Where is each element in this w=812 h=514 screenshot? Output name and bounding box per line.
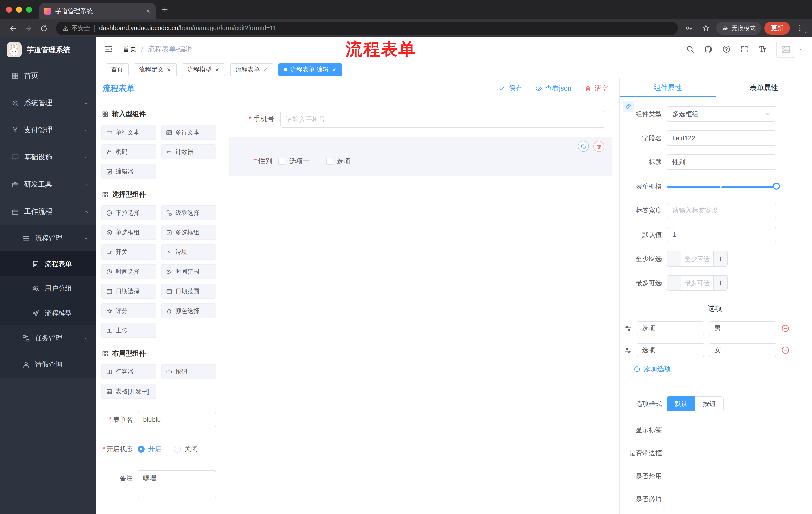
palette-item[interactable]: 上传 (102, 323, 156, 338)
remove-option-icon[interactable] (781, 346, 790, 355)
drag-handle-icon[interactable] (624, 346, 632, 354)
sidebar-item[interactable]: 用户分组 (0, 276, 96, 301)
tag[interactable]: 流程定义 (134, 63, 177, 76)
min-select-input[interactable] (682, 251, 713, 266)
sidebar-item[interactable]: 基础设施 (0, 144, 96, 171)
tag[interactable]: 流程表单 (230, 63, 273, 76)
add-option-button[interactable]: 添加选项 (634, 364, 812, 374)
toolbar-overflow-chevron-icon[interactable] (804, 30, 809, 35)
tag-close-icon[interactable] (263, 67, 268, 72)
back-icon[interactable] (8, 24, 17, 32)
style-default-button[interactable]: 默认 (667, 396, 695, 411)
tag[interactable]: 首页 (106, 63, 128, 76)
max-select-input[interactable] (682, 276, 713, 290)
option-value-input[interactable] (709, 321, 776, 335)
tag[interactable]: 流程表单-编辑 (279, 63, 342, 76)
gender-option1-checkbox[interactable]: 选项一 (279, 157, 310, 166)
tag-close-icon[interactable] (166, 67, 171, 72)
delete-component-button[interactable] (593, 141, 605, 152)
default-value-input[interactable] (667, 227, 776, 242)
browser-tab[interactable]: 芋道管理系统 (39, 3, 156, 19)
sidebar-item[interactable]: 请假查询 (0, 352, 96, 378)
palette-item[interactable]: 多选框组 (161, 225, 216, 240)
new-tab-button[interactable] (161, 5, 169, 13)
tag-close-icon[interactable] (214, 67, 220, 72)
save-button[interactable]: 保存 (498, 84, 522, 93)
fullscreen-icon[interactable] (740, 45, 749, 53)
option-label-input[interactable] (637, 321, 704, 335)
browser-update-button[interactable]: 更新 (764, 22, 790, 35)
palette-item[interactable]: 编辑器 (102, 164, 156, 179)
gender-field-block-selected[interactable]: *性别 选项一 选项二 (229, 137, 612, 176)
palette-item[interactable]: 按钮 (161, 364, 216, 379)
stepper-plus-button[interactable] (713, 251, 727, 266)
palette-item[interactable]: 评分 (102, 303, 156, 318)
palette-item[interactable]: 行容器 (102, 364, 156, 379)
gender-option2-checkbox[interactable]: 选项二 (326, 157, 357, 166)
tab-close-icon[interactable] (146, 8, 151, 13)
status-on-radio[interactable]: 开启 (138, 444, 162, 454)
component-type-select[interactable]: 多选框组 (667, 106, 776, 122)
sidebar-item[interactable]: 流程表单 (0, 251, 96, 276)
slider-handle[interactable] (773, 182, 780, 189)
stepper-minus-button[interactable] (667, 276, 682, 290)
stepper-minus-button[interactable] (667, 251, 682, 266)
tag-close-icon[interactable] (331, 67, 337, 72)
option-value-input[interactable] (709, 343, 776, 357)
sidebar-item[interactable]: 首页 (0, 62, 96, 89)
sidebar-item[interactable]: 流程管理 (0, 225, 96, 251)
remove-option-icon[interactable] (781, 324, 790, 333)
sidebar-item[interactable]: 系统管理 (0, 89, 96, 117)
label-width-input[interactable] (667, 203, 776, 218)
phone-input[interactable] (280, 111, 606, 128)
help-icon[interactable] (722, 45, 731, 53)
palette-item[interactable]: 颜色选择 (161, 303, 216, 318)
palette-item[interactable]: 级联选择 (161, 205, 216, 220)
palette-item[interactable]: 日期范围 (161, 283, 216, 299)
font-size-icon[interactable] (758, 45, 767, 53)
reload-icon[interactable] (40, 24, 48, 32)
tab-component-props[interactable]: 组件属性 (619, 78, 716, 97)
password-key-icon[interactable] (685, 24, 693, 32)
breadcrumb-home[interactable]: 首页 (123, 45, 137, 54)
palette-item[interactable]: 密码 (102, 144, 156, 159)
status-off-radio[interactable]: 关闭 (174, 444, 198, 454)
sidebar-collapse-icon[interactable] (104, 44, 114, 54)
palette-item[interactable]: 下拉选择 (102, 205, 156, 220)
palette-item[interactable]: 时间选择 (102, 264, 156, 279)
sidebar-item[interactable]: 支付管理 (0, 117, 96, 144)
forward-icon[interactable] (24, 24, 33, 32)
copy-component-button[interactable] (578, 141, 589, 152)
field-name-input[interactable] (667, 130, 776, 146)
palette-item[interactable]: 日期选择 (102, 283, 156, 299)
tab-form-props[interactable]: 表单属性 (716, 78, 812, 97)
grid-slider[interactable] (667, 179, 776, 194)
drag-handle-icon[interactable] (624, 324, 632, 333)
sidebar-item[interactable]: 研发工具 (0, 171, 96, 198)
palette-item[interactable]: 表格[开发中] (102, 384, 156, 399)
phone-field-row[interactable]: *手机号 (229, 111, 606, 128)
option-label-input[interactable] (637, 343, 704, 357)
github-icon[interactable] (704, 45, 713, 53)
stepper-plus-button[interactable] (713, 276, 727, 290)
sidebar-item[interactable]: 任务管理 (0, 325, 96, 352)
link-field-button[interactable] (622, 101, 634, 112)
palette-item[interactable]: 123 计数器 (161, 144, 216, 159)
style-button-button[interactable]: 按钮 (695, 396, 724, 411)
view-json-button[interactable]: 查看json (535, 84, 571, 93)
close-window-button[interactable] (6, 6, 12, 12)
search-icon[interactable] (686, 45, 694, 53)
user-avatar[interactable] (776, 40, 803, 58)
clear-button[interactable]: 清空 (584, 84, 608, 93)
palette-item[interactable]: 时间范围 (161, 264, 216, 279)
address-bar[interactable]: 不安全 dashboard.yudao.iocoder.cn /bpm/mana… (56, 21, 678, 35)
tag[interactable]: 流程模型 (182, 63, 225, 76)
palette-item[interactable]: 单行文本 (102, 125, 156, 140)
title-input[interactable] (667, 154, 776, 170)
app-logo[interactable]: 芋道管理系统 (0, 37, 96, 62)
form-name-input[interactable] (138, 412, 216, 428)
palette-item[interactable]: 开关 (102, 244, 156, 260)
browser-menu-icon[interactable] (796, 24, 804, 32)
sidebar-item[interactable]: 工作流程 (0, 198, 96, 225)
palette-item[interactable]: 多行文本 (161, 125, 216, 140)
